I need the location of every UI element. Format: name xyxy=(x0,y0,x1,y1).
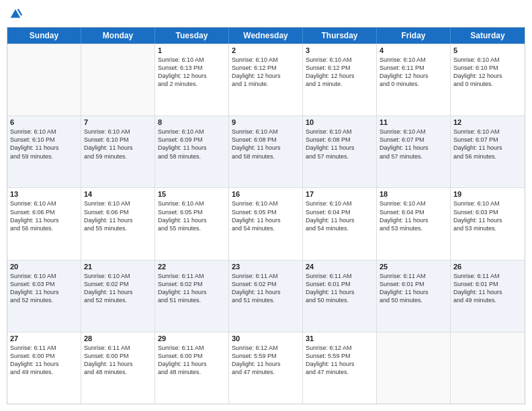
cell-info: Sunrise: 6:11 AM Sunset: 6:01 PM Dayligh… xyxy=(380,272,447,305)
calendar-header: Sunday Monday Tuesday Wednesday Thursday… xyxy=(7,28,525,44)
calendar-cell: 1Sunrise: 6:10 AM Sunset: 6:13 PM Daylig… xyxy=(155,44,229,116)
cell-info: Sunrise: 6:11 AM Sunset: 6:01 PM Dayligh… xyxy=(306,272,373,305)
day-number: 12 xyxy=(453,118,522,126)
calendar-body: 1Sunrise: 6:10 AM Sunset: 6:13 PM Daylig… xyxy=(7,44,525,404)
day-number: 23 xyxy=(232,263,300,271)
calendar-cell: 27Sunrise: 6:11 AM Sunset: 6:00 PM Dayli… xyxy=(7,332,81,404)
header-wednesday: Wednesday xyxy=(229,28,303,44)
day-number: 14 xyxy=(84,190,152,198)
logo xyxy=(7,7,23,21)
day-number: 26 xyxy=(453,263,522,271)
day-number: 16 xyxy=(232,190,300,198)
cell-info: Sunrise: 6:10 AM Sunset: 6:03 PM Dayligh… xyxy=(453,199,522,232)
header-thursday: Thursday xyxy=(303,28,377,44)
cell-info: Sunrise: 6:11 AM Sunset: 6:00 PM Dayligh… xyxy=(10,344,78,377)
cell-info: Sunrise: 6:11 AM Sunset: 6:01 PM Dayligh… xyxy=(453,272,522,305)
day-number: 21 xyxy=(84,263,152,271)
calendar-cell: 30Sunrise: 6:12 AM Sunset: 5:59 PM Dayli… xyxy=(229,332,303,404)
calendar-cell: 14Sunrise: 6:10 AM Sunset: 6:06 PM Dayli… xyxy=(81,188,155,259)
calendar-cell xyxy=(377,332,451,404)
calendar-cell: 13Sunrise: 6:10 AM Sunset: 6:06 PM Dayli… xyxy=(7,188,81,259)
header xyxy=(7,7,525,21)
cell-info: Sunrise: 6:10 AM Sunset: 6:08 PM Dayligh… xyxy=(306,128,373,161)
cell-info: Sunrise: 6:10 AM Sunset: 6:07 PM Dayligh… xyxy=(453,128,522,161)
cell-info: Sunrise: 6:10 AM Sunset: 6:04 PM Dayligh… xyxy=(306,199,373,232)
calendar-cell: 26Sunrise: 6:11 AM Sunset: 6:01 PM Dayli… xyxy=(451,261,525,332)
day-number: 20 xyxy=(10,263,78,271)
day-number: 2 xyxy=(232,46,300,54)
calendar-cell: 28Sunrise: 6:11 AM Sunset: 6:00 PM Dayli… xyxy=(81,332,155,404)
header-sunday: Sunday xyxy=(7,28,81,44)
cell-info: Sunrise: 6:11 AM Sunset: 6:02 PM Dayligh… xyxy=(232,272,300,305)
cell-info: Sunrise: 6:10 AM Sunset: 6:06 PM Dayligh… xyxy=(10,199,78,232)
header-tuesday: Tuesday xyxy=(155,28,229,44)
calendar: Sunday Monday Tuesday Wednesday Thursday… xyxy=(7,27,525,404)
day-number: 4 xyxy=(380,46,447,54)
calendar-cell: 6Sunrise: 6:10 AM Sunset: 6:10 PM Daylig… xyxy=(7,116,81,187)
calendar-cell: 21Sunrise: 6:10 AM Sunset: 6:02 PM Dayli… xyxy=(81,261,155,332)
cell-info: Sunrise: 6:11 AM Sunset: 6:02 PM Dayligh… xyxy=(158,272,226,305)
calendar-cell: 3Sunrise: 6:10 AM Sunset: 6:12 PM Daylig… xyxy=(303,44,377,116)
day-number: 24 xyxy=(306,263,373,271)
day-number: 22 xyxy=(158,263,226,271)
cell-info: Sunrise: 6:10 AM Sunset: 6:12 PM Dayligh… xyxy=(306,56,373,89)
day-number: 31 xyxy=(306,334,373,342)
calendar-cell: 7Sunrise: 6:10 AM Sunset: 6:10 PM Daylig… xyxy=(81,116,155,187)
cell-info: Sunrise: 6:12 AM Sunset: 5:59 PM Dayligh… xyxy=(232,344,300,377)
day-number: 27 xyxy=(10,334,78,342)
calendar-cell: 22Sunrise: 6:11 AM Sunset: 6:02 PM Dayli… xyxy=(155,261,229,332)
calendar-cell: 8Sunrise: 6:10 AM Sunset: 6:09 PM Daylig… xyxy=(155,116,229,187)
day-number: 3 xyxy=(306,46,373,54)
day-number: 11 xyxy=(380,118,447,126)
cell-info: Sunrise: 6:10 AM Sunset: 6:13 PM Dayligh… xyxy=(158,56,226,89)
cell-info: Sunrise: 6:10 AM Sunset: 6:10 PM Dayligh… xyxy=(84,128,152,161)
logo-icon xyxy=(8,7,23,21)
day-number: 7 xyxy=(84,118,152,126)
day-number: 5 xyxy=(453,46,522,54)
calendar-row: 1Sunrise: 6:10 AM Sunset: 6:13 PM Daylig… xyxy=(7,44,525,116)
calendar-cell xyxy=(451,332,525,404)
calendar-cell: 19Sunrise: 6:10 AM Sunset: 6:03 PM Dayli… xyxy=(451,188,525,259)
cell-info: Sunrise: 6:10 AM Sunset: 6:03 PM Dayligh… xyxy=(10,272,78,305)
calendar-cell: 16Sunrise: 6:10 AM Sunset: 6:05 PM Dayli… xyxy=(229,188,303,259)
calendar-cell: 20Sunrise: 6:10 AM Sunset: 6:03 PM Dayli… xyxy=(7,261,81,332)
cell-info: Sunrise: 6:10 AM Sunset: 6:07 PM Dayligh… xyxy=(380,128,447,161)
calendar-cell: 15Sunrise: 6:10 AM Sunset: 6:05 PM Dayli… xyxy=(155,188,229,259)
page: Sunday Monday Tuesday Wednesday Thursday… xyxy=(0,0,532,411)
calendar-cell xyxy=(81,44,155,116)
cell-info: Sunrise: 6:10 AM Sunset: 6:10 PM Dayligh… xyxy=(453,56,522,89)
calendar-cell xyxy=(7,44,81,116)
cell-info: Sunrise: 6:10 AM Sunset: 6:06 PM Dayligh… xyxy=(84,199,152,232)
cell-info: Sunrise: 6:10 AM Sunset: 6:05 PM Dayligh… xyxy=(232,199,300,232)
cell-info: Sunrise: 6:10 AM Sunset: 6:02 PM Dayligh… xyxy=(84,272,152,305)
cell-info: Sunrise: 6:11 AM Sunset: 6:00 PM Dayligh… xyxy=(84,344,152,377)
calendar-cell: 31Sunrise: 6:12 AM Sunset: 5:59 PM Dayli… xyxy=(303,332,377,404)
calendar-row: 6Sunrise: 6:10 AM Sunset: 6:10 PM Daylig… xyxy=(7,116,525,187)
day-number: 29 xyxy=(158,334,226,342)
calendar-cell: 2Sunrise: 6:10 AM Sunset: 6:12 PM Daylig… xyxy=(229,44,303,116)
calendar-cell: 4Sunrise: 6:10 AM Sunset: 6:11 PM Daylig… xyxy=(377,44,451,116)
day-number: 10 xyxy=(306,118,373,126)
calendar-cell: 10Sunrise: 6:10 AM Sunset: 6:08 PM Dayli… xyxy=(303,116,377,187)
day-number: 1 xyxy=(158,46,226,54)
cell-info: Sunrise: 6:10 AM Sunset: 6:04 PM Dayligh… xyxy=(380,199,447,232)
day-number: 19 xyxy=(453,190,522,198)
cell-info: Sunrise: 6:10 AM Sunset: 6:09 PM Dayligh… xyxy=(158,128,226,161)
calendar-cell: 12Sunrise: 6:10 AM Sunset: 6:07 PM Dayli… xyxy=(451,116,525,187)
cell-info: Sunrise: 6:10 AM Sunset: 6:12 PM Dayligh… xyxy=(232,56,300,89)
day-number: 17 xyxy=(306,190,373,198)
calendar-cell: 23Sunrise: 6:11 AM Sunset: 6:02 PM Dayli… xyxy=(229,261,303,332)
calendar-cell: 25Sunrise: 6:11 AM Sunset: 6:01 PM Dayli… xyxy=(377,261,451,332)
day-number: 15 xyxy=(158,190,226,198)
day-number: 9 xyxy=(232,118,300,126)
calendar-cell: 24Sunrise: 6:11 AM Sunset: 6:01 PM Dayli… xyxy=(303,261,377,332)
header-friday: Friday xyxy=(377,28,451,44)
calendar-row: 13Sunrise: 6:10 AM Sunset: 6:06 PM Dayli… xyxy=(7,187,525,259)
calendar-row: 20Sunrise: 6:10 AM Sunset: 6:03 PM Dayli… xyxy=(7,260,525,332)
day-number: 25 xyxy=(380,263,447,271)
day-number: 8 xyxy=(158,118,226,126)
day-number: 30 xyxy=(232,334,300,342)
header-saturday: Saturday xyxy=(451,28,525,44)
cell-info: Sunrise: 6:12 AM Sunset: 5:59 PM Dayligh… xyxy=(306,344,373,377)
calendar-cell: 11Sunrise: 6:10 AM Sunset: 6:07 PM Dayli… xyxy=(377,116,451,187)
